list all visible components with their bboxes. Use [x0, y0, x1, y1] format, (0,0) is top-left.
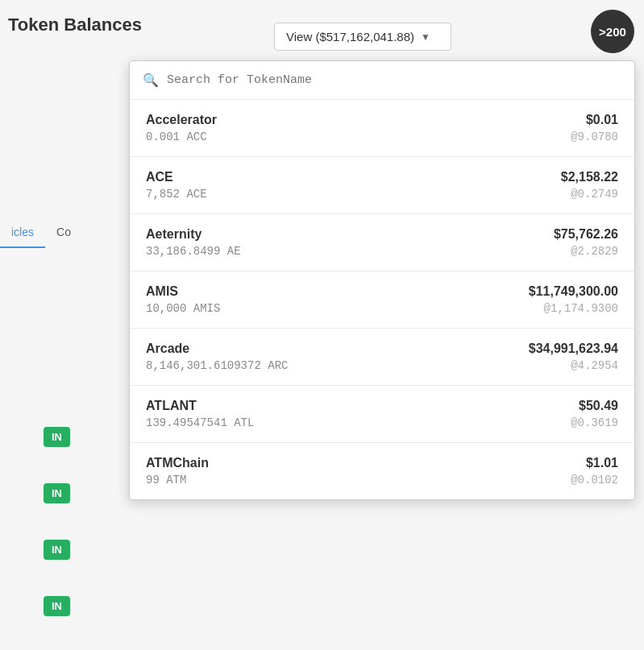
in-badge-2[interactable]: IN [44, 483, 70, 503]
token-rate-2: @2.2829 [571, 245, 618, 258]
in-badge-4[interactable]: IN [44, 596, 70, 616]
token-left-4: Arcade 8,146,301.6109372 ARC [146, 342, 288, 372]
chevron-down-icon: ▼ [421, 31, 430, 43]
token-rate-6: @0.0102 [571, 474, 618, 486]
token-value-5: $50.49 [579, 399, 618, 413]
view-dropdown-button[interactable]: View ($517,162,041.88) ▼ [274, 23, 451, 51]
token-left-6: ATMChain 99 ATM [146, 456, 209, 486]
token-right-4: $34,991,623.94 @4.2954 [529, 342, 618, 372]
token-item[interactable]: ACE 7,852 ACE $2,158.22 @0.2749 [130, 157, 634, 214]
token-amount-4: 8,146,301.6109372 ARC [146, 359, 288, 372]
token-item[interactable]: Arcade 8,146,301.6109372 ARC $34,991,623… [130, 329, 634, 386]
token-value-2: $75,762.26 [554, 227, 618, 242]
search-input[interactable] [167, 73, 621, 87]
token-item[interactable]: ATLANT 139.49547541 ATL $50.49 @0.3619 [130, 386, 634, 443]
tab-co[interactable]: Co [45, 217, 82, 248]
in-badge-3[interactable]: IN [44, 540, 70, 560]
token-amount-5: 139.49547541 ATL [146, 416, 254, 429]
token-amount-6: 99 ATM [146, 474, 209, 486]
token-item[interactable]: AMIS 10,000 AMIS $11,749,300.00 @1,174.9… [130, 271, 634, 329]
token-right-0: $0.01 @9.0780 [571, 113, 618, 143]
token-left-1: ACE 7,852 ACE [146, 170, 207, 201]
page-title: Token Balances [8, 14, 142, 35]
token-name-6: ATMChain [146, 456, 209, 470]
token-item[interactable]: Aeternity 33,186.8499 AE $75,762.26 @2.2… [130, 214, 634, 271]
token-value-1: $2,158.22 [561, 170, 618, 184]
token-amount-2: 33,186.8499 AE [146, 245, 241, 258]
tabs-area: icles Co [0, 217, 137, 248]
token-value-4: $34,991,623.94 [529, 342, 618, 356]
token-value-6: $1.01 [586, 456, 618, 470]
token-amount-3: 10,000 AMIS [146, 302, 220, 315]
token-name-2: Aeternity [146, 227, 241, 242]
token-name-0: Accelerator [146, 113, 217, 127]
search-icon: 🔍 [143, 72, 159, 88]
token-dropdown: 🔍 Accelerator 0.001 ACC $0.01 @9.0780 AC… [129, 60, 635, 500]
token-item[interactable]: Accelerator 0.001 ACC $0.01 @9.0780 [130, 100, 634, 157]
tab-icles[interactable]: icles [0, 217, 45, 248]
in-badge-1[interactable]: IN [44, 427, 70, 447]
token-name-4: Arcade [146, 342, 288, 356]
token-rate-4: @4.2954 [571, 359, 618, 372]
token-right-5: $50.49 @0.3619 [571, 399, 618, 429]
token-name-1: ACE [146, 170, 207, 184]
token-amount-0: 0.001 ACC [146, 130, 217, 143]
token-rate-5: @0.3619 [571, 416, 618, 429]
view-dropdown-label: View ($517,162,041.88) [286, 30, 414, 43]
token-value-3: $11,749,300.00 [529, 284, 618, 299]
token-list: Accelerator 0.001 ACC $0.01 @9.0780 ACE … [130, 100, 634, 499]
token-right-1: $2,158.22 @0.2749 [561, 170, 618, 201]
token-count-badge: >200 [591, 10, 634, 53]
token-rate-0: @9.0780 [571, 130, 618, 143]
search-bar: 🔍 [130, 61, 634, 100]
token-right-2: $75,762.26 @2.2829 [554, 227, 618, 258]
token-left-0: Accelerator 0.001 ACC [146, 113, 217, 143]
token-left-3: AMIS 10,000 AMIS [146, 284, 220, 315]
token-rate-1: @0.2749 [571, 188, 618, 201]
token-rate-3: @1,174.9300 [544, 302, 618, 315]
token-right-3: $11,749,300.00 @1,174.9300 [529, 284, 618, 315]
token-left-2: Aeternity 33,186.8499 AE [146, 227, 241, 258]
token-right-6: $1.01 @0.0102 [571, 456, 618, 486]
token-name-3: AMIS [146, 284, 220, 299]
token-value-0: $0.01 [586, 113, 618, 127]
token-left-5: ATLANT 139.49547541 ATL [146, 399, 254, 429]
token-name-5: ATLANT [146, 399, 254, 413]
token-item[interactable]: ATMChain 99 ATM $1.01 @0.0102 [130, 443, 634, 499]
token-amount-1: 7,852 ACE [146, 188, 207, 201]
